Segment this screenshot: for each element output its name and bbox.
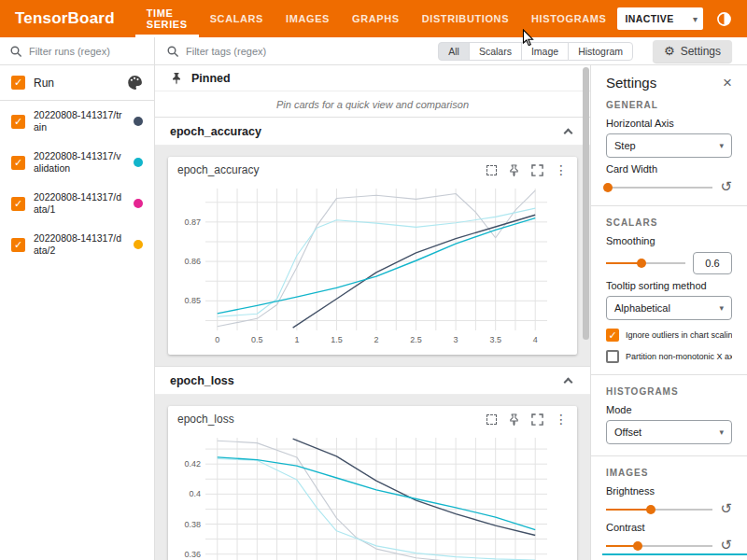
tab-graphs[interactable]: GRAPHS xyxy=(341,0,411,37)
reset-icon[interactable]: ↺ xyxy=(720,502,732,516)
divider xyxy=(591,455,747,456)
tooltip-sorting-label: Tooltip sorting method xyxy=(606,280,732,291)
chip-all[interactable]: All xyxy=(438,42,470,61)
settings-panel: Settings × GENERAL Horizontal Axis Step … xyxy=(590,65,747,560)
run-row-validation[interactable]: ✓ 20220808-141317/validation xyxy=(0,142,154,183)
section-epoch-loss-header[interactable]: epoch_loss xyxy=(155,367,590,395)
tab-distributions[interactable]: DISTRIBUTIONS xyxy=(411,0,520,37)
app-header: TensorBoard TIME SERIES SCALARS IMAGES G… xyxy=(0,0,747,37)
tensorboard-logo: TensorBoard xyxy=(0,9,135,28)
tab-scalars[interactable]: SCALARS xyxy=(199,0,275,37)
filter-runs-input[interactable] xyxy=(29,46,141,57)
divider xyxy=(591,205,747,206)
tab-images[interactable]: IMAGES xyxy=(275,0,341,37)
card-width-slider[interactable] xyxy=(606,182,712,193)
chip-histogram[interactable]: Histogram xyxy=(568,42,633,61)
epoch-loss-card-zone: epoch_loss ⋮ 00.511.522.533.54 xyxy=(155,395,590,560)
pinned-label: Pinned xyxy=(191,72,231,85)
ignore-outliers-label: Ignore outliers in chart scaling xyxy=(626,330,732,340)
vertical-scrollbar[interactable] xyxy=(583,67,589,340)
chevron-down-icon: ▾ xyxy=(719,303,724,313)
svg-text:3.5: 3.5 xyxy=(489,335,501,344)
tab-time-series[interactable]: TIME SERIES xyxy=(135,0,199,37)
card-actions: ⋮ xyxy=(486,413,568,426)
runs-sidebar: ✓ Run ✓ 20220808-141317/train ✓ 20220808… xyxy=(0,65,155,560)
card-header: epoch_loss ⋮ xyxy=(168,406,577,432)
settings-button[interactable]: ⚙ Settings xyxy=(653,40,732,63)
run-list-header: ✓ Run xyxy=(0,65,154,101)
tab-histograms[interactable]: HISTOGRAMS xyxy=(520,0,617,37)
epoch-accuracy-card-zone: epoch_accuracy ⋮ 00.511.522.53 xyxy=(155,146,590,367)
fullscreen-icon[interactable] xyxy=(531,413,543,426)
smoothing-input[interactable] xyxy=(693,252,732,274)
pin-icon[interactable] xyxy=(508,164,520,176)
tooltip-sorting-select[interactable]: Alphabetical ▾ xyxy=(606,296,732,320)
chevron-down-icon: ▾ xyxy=(719,427,724,437)
search-icon xyxy=(9,45,22,58)
chevron-up-icon xyxy=(564,377,573,386)
card-header: epoch_accuracy ⋮ xyxy=(168,157,577,183)
run-checkbox[interactable]: ✓ xyxy=(11,238,25,252)
histogram-mode-select[interactable]: Offset ▾ xyxy=(606,420,732,444)
fullscreen-icon[interactable] xyxy=(531,164,543,176)
svg-text:0.36: 0.36 xyxy=(184,550,201,559)
run-row-data-2[interactable]: ✓ 20220808-141317/data/2 xyxy=(0,224,154,265)
svg-text:1.5: 1.5 xyxy=(331,335,343,344)
general-heading: GENERAL xyxy=(606,100,732,110)
horizontal-axis-select[interactable]: Step ▾ xyxy=(606,133,732,158)
chip-image[interactable]: Image xyxy=(521,42,569,61)
loss-chart[interactable]: 00.511.522.533.540.360.380.40.42 xyxy=(168,432,577,560)
horizontal-axis-label: Horizontal Axis xyxy=(606,118,732,129)
run-label: 20220808-141317/train xyxy=(34,109,125,133)
svg-text:0.87: 0.87 xyxy=(184,217,201,227)
svg-text:0.38: 0.38 xyxy=(184,520,201,529)
settings-title: Settings xyxy=(606,75,723,91)
card-actions: ⋮ xyxy=(486,163,568,176)
more-options-icon[interactable]: ⋮ xyxy=(555,163,568,176)
pinned-header: Pinned xyxy=(155,65,590,91)
svg-text:0.4: 0.4 xyxy=(189,489,201,498)
run-row-data-1[interactable]: ✓ 20220808-141317/data/1 xyxy=(0,183,154,224)
contrast-slider[interactable] xyxy=(606,540,712,552)
select-all-runs-checkbox[interactable]: ✓ xyxy=(11,76,25,90)
accuracy-chart[interactable]: 00.511.522.533.540.850.860.87 xyxy=(168,183,577,351)
svg-text:4: 4 xyxy=(533,335,538,344)
run-header-label: Run xyxy=(34,77,119,90)
svg-text:1: 1 xyxy=(294,335,299,344)
smoothing-slider[interactable] xyxy=(606,258,685,269)
reset-icon[interactable]: ↺ xyxy=(720,539,732,553)
contrast-icon[interactable] xyxy=(714,9,733,28)
chart-card-epoch-accuracy: epoch_accuracy ⋮ 00.511.522.53 xyxy=(168,157,577,355)
chart-card-epoch-loss: epoch_loss ⋮ 00.511.522.533.54 xyxy=(168,406,577,560)
filter-tags-input[interactable] xyxy=(186,46,431,57)
svg-text:0.5: 0.5 xyxy=(251,335,263,344)
ignore-outliers-checkbox[interactable]: ✓ xyxy=(606,329,619,342)
card-title: epoch_accuracy xyxy=(177,163,475,176)
brightness-slider[interactable] xyxy=(606,504,712,515)
tensorboard-app: TensorBoard TIME SERIES SCALARS IMAGES G… xyxy=(0,0,747,560)
histograms-heading: HISTOGRAMS xyxy=(606,386,732,397)
svg-text:0.42: 0.42 xyxy=(184,459,201,469)
run-checkbox[interactable]: ✓ xyxy=(11,156,25,170)
smoothing-label: Smoothing xyxy=(606,235,732,246)
more-options-icon[interactable]: ⋮ xyxy=(555,413,568,426)
search-icon xyxy=(166,45,179,58)
run-color-dot xyxy=(134,240,143,249)
run-checkbox[interactable]: ✓ xyxy=(11,197,25,211)
reset-icon[interactable]: ↺ xyxy=(720,180,732,194)
reload-status-select[interactable]: INACTIVE ▾ xyxy=(617,7,703,30)
run-color-dot xyxy=(134,199,143,208)
run-color-dot xyxy=(134,117,143,126)
run-checkbox[interactable]: ✓ xyxy=(11,115,25,129)
pin-icon[interactable] xyxy=(508,413,520,426)
chip-scalars[interactable]: Scalars xyxy=(469,42,522,61)
close-icon[interactable]: × xyxy=(723,75,732,91)
card-title: epoch_loss xyxy=(177,413,475,426)
palette-icon[interactable] xyxy=(127,75,143,91)
run-row-train[interactable]: ✓ 20220808-141317/train xyxy=(0,101,154,142)
fit-domain-icon[interactable] xyxy=(486,165,497,175)
partition-x-axis-checkbox[interactable]: ✓ xyxy=(606,350,619,363)
section-epoch-accuracy-header[interactable]: epoch_accuracy xyxy=(155,118,590,146)
cards-main-area: Pinned Pin cards for a quick view and co… xyxy=(155,65,590,560)
fit-domain-icon[interactable] xyxy=(486,414,497,425)
